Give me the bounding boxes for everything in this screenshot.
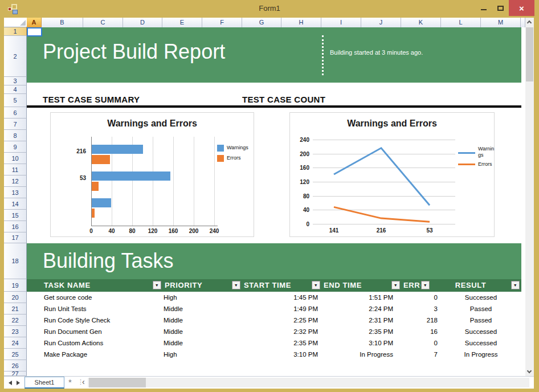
- filter-dropdown-icon[interactable]: ▼: [391, 281, 400, 289]
- add-sheet-icon[interactable]: *: [68, 377, 72, 387]
- cell-priority[interactable]: Middle: [162, 337, 242, 349]
- cell-result[interactable]: Passed: [441, 303, 521, 315]
- column-header-M[interactable]: M: [481, 18, 521, 27]
- cell-priority[interactable]: Middle: [162, 315, 242, 326]
- cell-task-name[interactable]: Make Package: [42, 349, 162, 360]
- cell-end-time[interactable]: 1:51 PM: [321, 292, 401, 303]
- cell-start-time[interactable]: 2:32 PM: [242, 326, 321, 337]
- maximize-button[interactable]: [492, 0, 509, 16]
- hscroll-left-icon[interactable]: ‹: [82, 377, 85, 386]
- cell-result[interactable]: In Progress: [441, 349, 521, 360]
- active-cell-a1[interactable]: [27, 27, 42, 36]
- row-header-3[interactable]: 3: [4, 77, 27, 85]
- filter-dropdown-icon[interactable]: ▼: [232, 281, 240, 289]
- row-header-1[interactable]: 1: [4, 27, 27, 36]
- cell-result[interactable]: Successed: [441, 292, 521, 303]
- cell-priority[interactable]: Middle: [162, 326, 242, 337]
- horizontal-scrollbar-thumb[interactable]: [89, 378, 146, 387]
- cell-start-time[interactable]: 2:25 PM: [242, 315, 321, 326]
- column-header-D[interactable]: D: [123, 18, 162, 27]
- row-header-23[interactable]: 23: [4, 326, 27, 337]
- cell-end-time[interactable]: 2:24 PM: [321, 303, 401, 315]
- row-header-15[interactable]: 15: [4, 210, 27, 221]
- cell-task-name[interactable]: Run Code Style Check: [42, 315, 162, 326]
- row-header-8[interactable]: 8: [4, 130, 27, 141]
- column-header-G[interactable]: G: [242, 18, 281, 27]
- row-header-6[interactable]: 6: [4, 107, 27, 119]
- row-header-14[interactable]: 14: [4, 198, 27, 210]
- cell-result[interactable]: Passed: [441, 315, 521, 326]
- cell-priority[interactable]: Middle: [162, 303, 242, 315]
- minimize-button[interactable]: [475, 0, 492, 16]
- filter-dropdown-icon[interactable]: ▼: [312, 281, 320, 289]
- column-header-F[interactable]: F: [202, 18, 242, 27]
- column-header-E[interactable]: E: [162, 18, 202, 27]
- cell-errors[interactable]: 3: [401, 303, 441, 315]
- row-header-22[interactable]: 22: [4, 315, 27, 326]
- column-header-A[interactable]: A: [27, 18, 42, 27]
- cell-spacer[interactable]: [27, 349, 42, 360]
- row-header-2[interactable]: 2: [4, 36, 27, 77]
- horizontal-scrollbar[interactable]: [88, 378, 529, 387]
- cell-start-time[interactable]: 2:35 PM: [242, 337, 321, 349]
- row-header-9[interactable]: 9: [4, 141, 27, 153]
- row-header-16[interactable]: 16: [4, 221, 27, 232]
- row-header-13[interactable]: 13: [4, 187, 27, 198]
- column-header-I[interactable]: I: [321, 18, 361, 27]
- cell-task-name[interactable]: Get source code: [42, 292, 162, 303]
- close-button[interactable]: ×: [509, 0, 534, 16]
- cell-result[interactable]: Successed: [441, 326, 521, 337]
- sheet-tab[interactable]: Sheet1: [24, 377, 64, 389]
- row-header-26[interactable]: 26: [4, 360, 27, 371]
- cell-end-time[interactable]: 2:35 PM: [321, 326, 401, 337]
- select-all-corner[interactable]: [4, 18, 27, 27]
- row-header-24[interactable]: 24: [4, 337, 27, 349]
- cell-priority[interactable]: High: [162, 292, 242, 303]
- row-header-11[interactable]: 11: [4, 164, 27, 175]
- cell-end-time[interactable]: In Progress: [321, 349, 401, 360]
- cell-end-time[interactable]: 2:31 PM: [321, 315, 401, 326]
- next-sheet-icon[interactable]: [17, 381, 20, 385]
- row-header-21[interactable]: 21: [4, 303, 27, 315]
- vertical-scrollbar-thumb[interactable]: [526, 27, 533, 81]
- cell-spacer[interactable]: [27, 303, 42, 315]
- cell-start-time[interactable]: 1:45 PM: [242, 292, 321, 303]
- row-header-25[interactable]: 25: [4, 349, 27, 360]
- cell-task-name[interactable]: Run Unit Tests: [42, 303, 162, 315]
- row-header-12[interactable]: 12: [4, 175, 27, 187]
- prev-sheet-icon[interactable]: [9, 381, 12, 385]
- filter-dropdown-icon[interactable]: ▼: [421, 281, 430, 289]
- column-header-L[interactable]: L: [441, 18, 481, 27]
- scroll-up-icon[interactable]: [527, 21, 532, 25]
- filter-dropdown-icon[interactable]: ▼: [511, 281, 520, 289]
- scroll-down-icon[interactable]: [527, 369, 532, 373]
- cell-errors[interactable]: 0: [401, 292, 441, 303]
- cell-result[interactable]: Successed: [441, 337, 521, 349]
- row-header-20[interactable]: 20: [4, 292, 27, 303]
- cell-errors[interactable]: 7: [401, 349, 441, 360]
- row-header-19[interactable]: 19: [4, 279, 27, 292]
- row-header-7[interactable]: 7: [4, 119, 27, 130]
- column-header-C[interactable]: C: [83, 18, 123, 27]
- column-header-K[interactable]: K: [401, 18, 441, 27]
- cell-errors[interactable]: 218: [401, 315, 441, 326]
- row-header-17[interactable]: 17: [4, 232, 27, 243]
- row-header-27[interactable]: 27: [4, 371, 27, 376]
- row-header-18[interactable]: 18: [4, 243, 27, 279]
- cell-errors[interactable]: 0: [401, 337, 441, 349]
- vertical-scrollbar[interactable]: [525, 18, 534, 376]
- cell-end-time[interactable]: 3:10 PM: [321, 337, 401, 349]
- cell-errors[interactable]: 16: [401, 326, 441, 337]
- filter-dropdown-icon[interactable]: ▼: [153, 281, 161, 289]
- row-header-4[interactable]: 4: [4, 85, 27, 94]
- bar-chart[interactable]: Warnings and Errors040801201602002402165…: [50, 112, 254, 237]
- cell-start-time[interactable]: 1:49 PM: [242, 303, 321, 315]
- line-chart[interactable]: Warnings and Errors040801201602002401412…: [289, 112, 495, 237]
- cell-spacer[interactable]: [27, 326, 42, 337]
- column-header-J[interactable]: J: [361, 18, 401, 27]
- cell-spacer[interactable]: [27, 337, 42, 349]
- cell-spacer[interactable]: [27, 315, 42, 326]
- row-header-10[interactable]: 10: [4, 153, 27, 164]
- row-header-5[interactable]: 5: [4, 94, 27, 107]
- cell-task-name[interactable]: Run Custom Actions: [42, 337, 162, 349]
